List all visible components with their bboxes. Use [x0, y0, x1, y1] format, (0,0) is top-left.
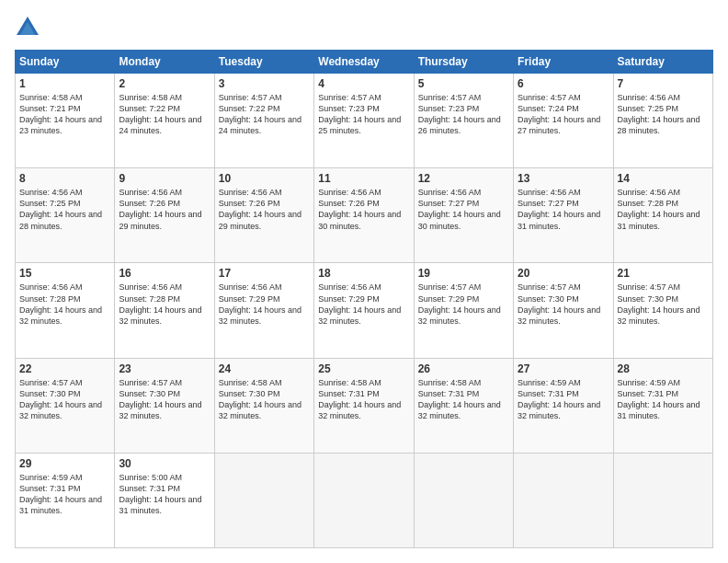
- day-cell: 14Sunrise: 4:56 AMSunset: 7:28 PMDayligh…: [613, 168, 712, 263]
- day-cell: 19Sunrise: 4:57 AMSunset: 7:29 PMDayligh…: [414, 263, 513, 358]
- week-row-2: 8Sunrise: 4:56 AMSunset: 7:25 PMDaylight…: [16, 168, 713, 263]
- logo-icon: [15, 15, 40, 40]
- day-number: 16: [119, 267, 210, 280]
- day-cell: 18Sunrise: 4:56 AMSunset: 7:29 PMDayligh…: [314, 263, 414, 358]
- weekday-header-monday: Monday: [115, 51, 214, 74]
- weekday-header-tuesday: Tuesday: [214, 51, 313, 74]
- day-number: 15: [19, 267, 110, 280]
- week-row-3: 15Sunrise: 4:56 AMSunset: 7:28 PMDayligh…: [16, 263, 713, 358]
- day-number: 4: [318, 77, 409, 90]
- day-info: Sunrise: 4:57 AMSunset: 7:24 PMDaylight:…: [518, 92, 609, 137]
- day-number: 12: [418, 172, 509, 185]
- header: [15, 15, 713, 40]
- day-number: 23: [119, 362, 210, 375]
- day-info: Sunrise: 4:56 AMSunset: 7:27 PMDaylight:…: [418, 187, 509, 232]
- day-cell: 23Sunrise: 4:57 AMSunset: 7:30 PMDayligh…: [115, 358, 214, 453]
- day-cell: 13Sunrise: 4:56 AMSunset: 7:27 PMDayligh…: [514, 168, 613, 263]
- day-cell: 8Sunrise: 4:56 AMSunset: 7:25 PMDaylight…: [16, 168, 115, 263]
- day-number: 18: [318, 267, 409, 280]
- day-cell: 21Sunrise: 4:57 AMSunset: 7:30 PMDayligh…: [613, 263, 712, 358]
- day-number: 22: [19, 362, 110, 375]
- day-number: 10: [219, 172, 310, 185]
- day-number: 21: [618, 267, 709, 280]
- day-number: 19: [418, 267, 509, 280]
- weekday-header-wednesday: Wednesday: [314, 51, 414, 74]
- weekday-header-thursday: Thursday: [414, 51, 513, 74]
- day-info: Sunrise: 4:56 AMSunset: 7:27 PMDaylight:…: [518, 187, 609, 232]
- day-cell: [414, 453, 513, 547]
- day-info: Sunrise: 4:56 AMSunset: 7:25 PMDaylight:…: [19, 187, 110, 232]
- day-cell: 4Sunrise: 4:57 AMSunset: 7:23 PMDaylight…: [314, 74, 414, 168]
- day-info: Sunrise: 4:59 AMSunset: 7:31 PMDaylight:…: [618, 377, 709, 422]
- day-info: Sunrise: 4:57 AMSunset: 7:30 PMDaylight:…: [518, 282, 609, 327]
- day-cell: 28Sunrise: 4:59 AMSunset: 7:31 PMDayligh…: [613, 358, 712, 453]
- day-number: 6: [518, 77, 609, 90]
- day-number: 9: [119, 172, 210, 185]
- day-number: 30: [119, 457, 210, 470]
- day-info: Sunrise: 4:57 AMSunset: 7:23 PMDaylight:…: [418, 92, 509, 137]
- day-number: 7: [618, 77, 709, 90]
- week-row-4: 22Sunrise: 4:57 AMSunset: 7:30 PMDayligh…: [16, 358, 713, 453]
- day-number: 2: [119, 77, 210, 90]
- weekday-header-saturday: Saturday: [613, 51, 712, 74]
- day-info: Sunrise: 5:00 AMSunset: 7:31 PMDaylight:…: [119, 472, 210, 517]
- day-cell: 24Sunrise: 4:58 AMSunset: 7:30 PMDayligh…: [214, 358, 313, 453]
- weekday-header-row: SundayMondayTuesdayWednesdayThursdayFrid…: [16, 51, 713, 74]
- page: SundayMondayTuesdayWednesdayThursdayFrid…: [0, 0, 728, 563]
- day-number: 27: [518, 362, 609, 375]
- day-info: Sunrise: 4:56 AMSunset: 7:28 PMDaylight:…: [618, 187, 709, 232]
- day-info: Sunrise: 4:57 AMSunset: 7:30 PMDaylight:…: [618, 282, 709, 327]
- day-cell: [613, 453, 712, 547]
- day-info: Sunrise: 4:59 AMSunset: 7:31 PMDaylight:…: [518, 377, 609, 422]
- day-cell: 26Sunrise: 4:58 AMSunset: 7:31 PMDayligh…: [414, 358, 513, 453]
- day-info: Sunrise: 4:58 AMSunset: 7:31 PMDaylight:…: [418, 377, 509, 422]
- day-info: Sunrise: 4:59 AMSunset: 7:31 PMDaylight:…: [19, 472, 110, 517]
- day-info: Sunrise: 4:56 AMSunset: 7:26 PMDaylight:…: [119, 187, 210, 232]
- day-info: Sunrise: 4:58 AMSunset: 7:21 PMDaylight:…: [19, 92, 110, 137]
- day-cell: 6Sunrise: 4:57 AMSunset: 7:24 PMDaylight…: [514, 74, 613, 168]
- calendar-table: SundayMondayTuesdayWednesdayThursdayFrid…: [15, 50, 713, 548]
- day-cell: [314, 453, 414, 547]
- day-info: Sunrise: 4:57 AMSunset: 7:30 PMDaylight:…: [19, 377, 110, 422]
- day-cell: 5Sunrise: 4:57 AMSunset: 7:23 PMDaylight…: [414, 74, 513, 168]
- day-info: Sunrise: 4:56 AMSunset: 7:26 PMDaylight:…: [318, 187, 409, 232]
- day-number: 14: [618, 172, 709, 185]
- day-cell: 22Sunrise: 4:57 AMSunset: 7:30 PMDayligh…: [16, 358, 115, 453]
- day-cell: 7Sunrise: 4:56 AMSunset: 7:25 PMDaylight…: [613, 74, 712, 168]
- day-cell: 25Sunrise: 4:58 AMSunset: 7:31 PMDayligh…: [314, 358, 414, 453]
- weekday-header-sunday: Sunday: [16, 51, 115, 74]
- day-cell: 20Sunrise: 4:57 AMSunset: 7:30 PMDayligh…: [514, 263, 613, 358]
- day-info: Sunrise: 4:56 AMSunset: 7:29 PMDaylight:…: [219, 282, 310, 327]
- day-number: 29: [19, 457, 110, 470]
- day-info: Sunrise: 4:57 AMSunset: 7:22 PMDaylight:…: [219, 92, 310, 137]
- day-cell: 27Sunrise: 4:59 AMSunset: 7:31 PMDayligh…: [514, 358, 613, 453]
- weekday-header-friday: Friday: [514, 51, 613, 74]
- day-number: 13: [518, 172, 609, 185]
- day-cell: [514, 453, 613, 547]
- day-info: Sunrise: 4:57 AMSunset: 7:29 PMDaylight:…: [418, 282, 509, 327]
- day-cell: 29Sunrise: 4:59 AMSunset: 7:31 PMDayligh…: [16, 453, 115, 547]
- day-cell: 9Sunrise: 4:56 AMSunset: 7:26 PMDaylight…: [115, 168, 214, 263]
- logo: [15, 15, 44, 40]
- day-info: Sunrise: 4:56 AMSunset: 7:29 PMDaylight:…: [318, 282, 409, 327]
- day-cell: 16Sunrise: 4:56 AMSunset: 7:28 PMDayligh…: [115, 263, 214, 358]
- day-info: Sunrise: 4:56 AMSunset: 7:28 PMDaylight:…: [19, 282, 110, 327]
- day-number: 5: [418, 77, 509, 90]
- day-info: Sunrise: 4:57 AMSunset: 7:30 PMDaylight:…: [119, 377, 210, 422]
- day-info: Sunrise: 4:56 AMSunset: 7:26 PMDaylight:…: [219, 187, 310, 232]
- day-number: 17: [219, 267, 310, 280]
- day-number: 20: [518, 267, 609, 280]
- day-cell: 12Sunrise: 4:56 AMSunset: 7:27 PMDayligh…: [414, 168, 513, 263]
- day-cell: 17Sunrise: 4:56 AMSunset: 7:29 PMDayligh…: [214, 263, 313, 358]
- day-cell: 30Sunrise: 5:00 AMSunset: 7:31 PMDayligh…: [115, 453, 214, 547]
- day-number: 8: [19, 172, 110, 185]
- day-info: Sunrise: 4:56 AMSunset: 7:28 PMDaylight:…: [119, 282, 210, 327]
- day-info: Sunrise: 4:57 AMSunset: 7:23 PMDaylight:…: [318, 92, 409, 137]
- day-cell: 10Sunrise: 4:56 AMSunset: 7:26 PMDayligh…: [214, 168, 313, 263]
- week-row-5: 29Sunrise: 4:59 AMSunset: 7:31 PMDayligh…: [16, 453, 713, 547]
- day-number: 3: [219, 77, 310, 90]
- day-number: 24: [219, 362, 310, 375]
- day-info: Sunrise: 4:58 AMSunset: 7:22 PMDaylight:…: [119, 92, 210, 137]
- day-number: 28: [618, 362, 709, 375]
- day-cell: 15Sunrise: 4:56 AMSunset: 7:28 PMDayligh…: [16, 263, 115, 358]
